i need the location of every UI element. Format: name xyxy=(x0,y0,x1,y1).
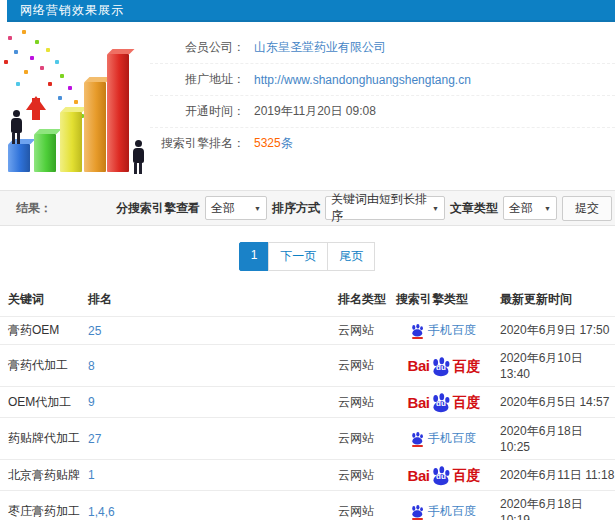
baidu-logo: Bai du 百度 xyxy=(408,356,481,376)
updated-time-cell: 2020年6月10日 13:40 xyxy=(492,345,615,387)
confetti-dot xyxy=(30,56,34,60)
confetti-dot xyxy=(55,60,59,64)
result-label: 结果： xyxy=(16,200,52,217)
engine-filter-label: 分搜索引擎查看 xyxy=(116,200,200,217)
updated-time-cell: 2020年6月18日 10:25 xyxy=(492,418,615,460)
baidu-paw-icon xyxy=(410,323,424,337)
article-type-label: 文章类型 xyxy=(450,200,498,217)
chevron-down-icon: ▼ xyxy=(432,205,439,212)
ranking-count-label: 搜索引擎排名： xyxy=(150,135,245,152)
open-time-label: 开通时间： xyxy=(150,103,245,120)
field-ranking-count: 搜索引擎排名： 5325条 xyxy=(150,128,615,159)
rank-link[interactable]: 25 xyxy=(88,324,101,338)
table-row: 药贴牌代加工27云网站 手机百度2020年6月18日 10:25 xyxy=(0,418,615,460)
rank-link[interactable]: 1,4,6 xyxy=(88,505,115,519)
article-type-value: 全部 xyxy=(509,200,533,217)
engine-filter-select[interactable]: 全部 ▼ xyxy=(205,196,267,220)
table-row: 北京膏药贴牌1云网站 Bai du 百度2020年6月11日 11:18 xyxy=(0,460,615,491)
rank-link[interactable]: 8 xyxy=(88,359,95,373)
page-header: 网络营销效果展示 xyxy=(7,0,615,22)
ranking-count-value: 5325条 xyxy=(254,135,293,152)
growth-chart-illustration xyxy=(0,26,150,182)
keyword-cell: 膏药代加工 xyxy=(0,345,80,387)
baidu-logo: Bai du 百度 xyxy=(408,392,481,412)
rank-link[interactable]: 27 xyxy=(88,432,101,446)
confetti-dot xyxy=(8,36,12,40)
company-label: 会员公司： xyxy=(150,39,245,56)
engine-cell: Bai du 百度 xyxy=(388,387,492,418)
table-row: OEM代加工9云网站 Bai du 百度2020年6月5日 14:57 xyxy=(0,387,615,418)
page-next[interactable]: 下一页 xyxy=(268,242,328,271)
filter-bar: 结果： 分搜索引擎查看 全部 ▼ 排序方式 关键词由短到长排序 ▼ 文章类型 全… xyxy=(0,190,615,226)
confetti-dot xyxy=(48,82,52,86)
promo-url-link[interactable]: http://www.shandonghuangshengtang.cn xyxy=(254,73,471,87)
engine-cell: 手机百度 xyxy=(388,491,492,520)
rank-link[interactable]: 1 xyxy=(88,468,95,482)
ranking-count-unit: 条 xyxy=(281,136,293,150)
page-last[interactable]: 尾页 xyxy=(327,242,375,271)
chevron-down-icon: ▼ xyxy=(544,205,551,212)
businessman-figure-right xyxy=(128,140,148,174)
engine-cell: 手机百度 xyxy=(388,317,492,345)
info-section: 会员公司： 山东皇圣堂药业有限公司 推广地址： http://www.shand… xyxy=(0,22,615,184)
filter-controls: 分搜索引擎查看 全部 ▼ 排序方式 关键词由短到长排序 ▼ 文章类型 全部 ▼ … xyxy=(116,196,612,221)
sort-filter-label: 排序方式 xyxy=(272,200,320,217)
rank-type-cell: 云网站 xyxy=(330,345,388,387)
field-promo-url: 推广地址： http://www.shandonghuangshengtang.… xyxy=(150,64,615,96)
engine-cell: Bai du 百度 xyxy=(388,345,492,387)
table-header-3: 搜索引擎类型 xyxy=(388,283,492,317)
confetti-dot xyxy=(35,40,39,44)
rank-type-cell: 云网站 xyxy=(330,317,388,345)
updated-time-cell: 2020年6月18日 10:19 xyxy=(492,491,615,520)
mobile-baidu-icon: 手机百度 xyxy=(410,430,476,447)
field-open-time: 开通时间： 2019年11月20日 09:08 xyxy=(150,96,615,128)
table-header-2: 排名类型 xyxy=(330,283,388,317)
rank-type-cell: 云网站 xyxy=(330,491,388,520)
confetti-dot xyxy=(22,30,26,34)
table-header-0: 关键词 xyxy=(0,283,80,317)
keyword-cell: 药贴牌代加工 xyxy=(0,418,80,460)
sort-filter-select[interactable]: 关键词由短到长排序 ▼ xyxy=(325,196,445,220)
article-type-select[interactable]: 全部 ▼ xyxy=(503,196,557,220)
baidu-paw-icon xyxy=(410,431,424,445)
results-table: 关键词排名排名类型搜索引擎类型最新更新时间 膏药OEM25云网站 手机百度202… xyxy=(0,283,615,520)
up-arrow-icon xyxy=(32,98,40,120)
page-title: 网络营销效果展示 xyxy=(20,2,124,19)
mobile-baidu-icon: 手机百度 xyxy=(410,503,476,520)
table-row: 枣庄膏药加工1,4,6云网站 手机百度2020年6月18日 10:19 xyxy=(0,491,615,520)
businessman-figure-left xyxy=(6,110,26,144)
confetti-dot xyxy=(40,66,44,70)
confetti-dot xyxy=(46,48,50,52)
table-header-row: 关键词排名排名类型搜索引擎类型最新更新时间 xyxy=(0,283,615,317)
table-row: 膏药OEM25云网站 手机百度2020年6月9日 17:50 xyxy=(0,317,615,345)
table-header-1: 排名 xyxy=(80,283,330,317)
engine-cell: Bai du 百度 xyxy=(388,460,492,491)
engine-cell: 手机百度 xyxy=(388,418,492,460)
page-current[interactable]: 1 xyxy=(239,242,270,271)
confetti-dot xyxy=(74,100,78,104)
rank-link[interactable]: 9 xyxy=(88,395,95,409)
updated-time-cell: 2020年6月11日 11:18 xyxy=(492,460,615,491)
bar-blue xyxy=(8,144,30,172)
confetti-dot xyxy=(60,74,64,78)
bar-yellow xyxy=(60,112,82,172)
confetti-dot xyxy=(68,86,72,90)
company-link[interactable]: 山东皇圣堂药业有限公司 xyxy=(254,39,386,56)
keyword-cell: 北京膏药贴牌 xyxy=(0,460,80,491)
mobile-baidu-icon: 手机百度 xyxy=(410,322,476,339)
confetti-dot xyxy=(14,50,18,54)
rank-type-cell: 云网站 xyxy=(330,418,388,460)
table-header-4: 最新更新时间 xyxy=(492,283,615,317)
promo-url-label: 推广地址： xyxy=(150,71,245,88)
bar-orange xyxy=(84,82,106,172)
confetti-dot xyxy=(24,70,28,74)
open-time-value: 2019年11月20日 09:08 xyxy=(254,103,376,120)
rank-type-cell: 云网站 xyxy=(330,387,388,418)
baidu-paw-icon xyxy=(410,504,424,518)
confetti-dot xyxy=(16,82,20,86)
field-company: 会员公司： 山东皇圣堂药业有限公司 xyxy=(150,32,615,64)
keyword-cell: 枣庄膏药加工 xyxy=(0,491,80,520)
keyword-cell: 膏药OEM xyxy=(0,317,80,345)
submit-button[interactable]: 提交 xyxy=(562,196,612,221)
pagination: 1 下一页 尾页 xyxy=(0,242,615,271)
